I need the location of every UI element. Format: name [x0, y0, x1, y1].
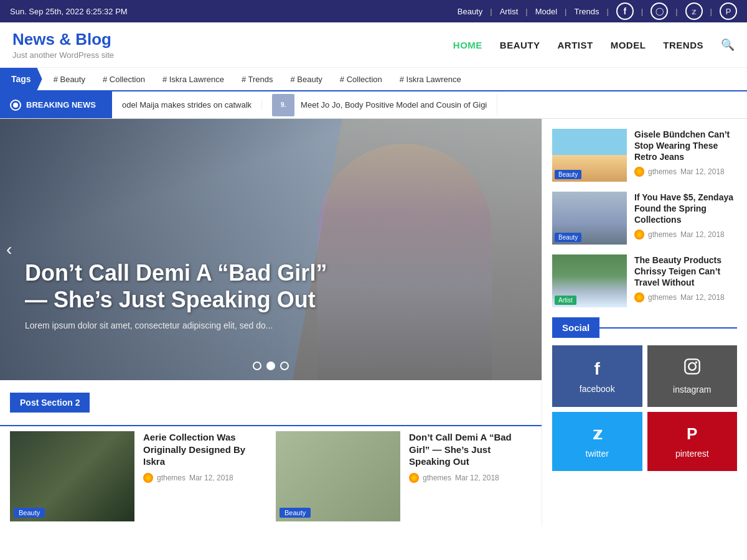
sidebar-article-3-thumb: Artist — [552, 254, 627, 307]
post-card-2-meta: gthemes Mar 12, 2018 — [409, 473, 532, 483]
social-instagram-button[interactable]: instagram — [647, 345, 738, 407]
social-header-label: Social — [552, 317, 599, 338]
post-card-1-meta: gthemes Mar 12, 2018 — [143, 473, 266, 483]
social-twitter-button[interactable]: 𝕫 twitter — [552, 412, 642, 471]
pinterest-label: pinterest — [675, 449, 709, 459]
top-bar-right: Beauty | Artist | Model | Trends | f | ◯… — [458, 2, 737, 20]
tag-iskra-2[interactable]: # Iskra Lawrence — [391, 68, 470, 90]
post-card-1-thumb: Beauty — [10, 431, 134, 521]
site-title[interactable]: News & Blog — [12, 30, 114, 49]
tags-bar: Tags # Beauty # Collection # Iskra Lawre… — [0, 68, 747, 91]
right-sidebar: Beauty Gisele Bündchen Can’t Stop Wearin… — [542, 119, 747, 526]
topbar-facebook-icon[interactable]: f — [616, 2, 634, 20]
sidebar-article-1-author-icon — [634, 167, 644, 177]
nav-beauty[interactable]: BEAUTY — [500, 40, 540, 50]
slider-prev-arrow[interactable]: ‹ — [6, 240, 12, 259]
breaking-item-1[interactable]: odel Maija makes strides on catwalk — [112, 100, 262, 110]
breaking-item-2[interactable]: 9. Meet Jo Jo, Body Positive Model and C… — [262, 94, 497, 116]
breaking-text-label: BREAKING NEWS — [26, 100, 96, 110]
sidebar-article-3-meta: gthemes Mar 12, 2018 — [634, 292, 737, 302]
top-bar: Sun. Sep 25th, 2022 6:25:32 PM Beauty | … — [0, 0, 747, 22]
social-section: Social f facebook instagram 𝕫 twitter — [552, 317, 737, 471]
topbar-instagram-icon[interactable]: ◯ — [651, 2, 668, 20]
hero-desc: Lorem ipsum dolor sit amet, consectetur … — [25, 320, 349, 330]
post-card-1-author-icon — [143, 473, 153, 483]
sidebar-article-2: Beauty If You Have $5, Zendaya Found the… — [552, 192, 737, 245]
sidebar-article-1-author: gthemes — [648, 167, 677, 176]
instagram-icon — [684, 358, 701, 380]
social-facebook-button[interactable]: f facebook — [552, 345, 642, 407]
tag-iskra-1[interactable]: # Iskra Lawrence — [154, 68, 233, 90]
topbar-twitter-icon[interactable]: 𝕫 — [685, 2, 703, 20]
sidebar-article-3-date: Mar 12, 2018 — [680, 293, 725, 302]
tags-label: Tags — [0, 68, 42, 90]
breaking-item-1-text: odel Maija makes strides on catwalk — [122, 100, 251, 110]
post-card-1-title: Aerie Collection Was Originally Designed… — [143, 431, 266, 468]
post-card-2-author: gthemes — [423, 474, 451, 482]
twitter-icon: 𝕫 — [593, 424, 602, 444]
facebook-icon: f — [594, 359, 600, 379]
topnav-model[interactable]: Model — [535, 7, 557, 16]
site-tagline: Just another WordPress site — [12, 50, 114, 60]
post-card-2-title: Don’t Call Demi A “Bad Girl” — She’s Jus… — [409, 431, 532, 468]
svg-point-1 — [688, 363, 696, 370]
tag-collection-1[interactable]: # Collection — [94, 68, 154, 90]
breaking-content: odel Maija makes strides on catwalk 9. M… — [112, 94, 747, 116]
sidebar-article-2-author: gthemes — [648, 230, 677, 239]
post-card-2-date: Mar 12, 2018 — [455, 474, 499, 482]
twitter-label: twitter — [586, 449, 609, 459]
svg-rect-0 — [685, 359, 699, 373]
hero-text: Don’t Call Demi A “Bad Girl” — She’s Jus… — [25, 259, 349, 330]
tag-beauty-2[interactable]: # Beauty — [282, 68, 331, 90]
slider-dot-2[interactable] — [266, 362, 275, 370]
sidebar-article-2-badge: Beauty — [555, 233, 581, 242]
tag-collection-2[interactable]: # Collection — [331, 68, 391, 90]
header: News & Blog Just another WordPress site … — [0, 22, 747, 68]
pinterest-icon: P — [687, 424, 697, 444]
sidebar-article-1: Beauty Gisele Bündchen Can’t Stop Wearin… — [552, 129, 737, 182]
search-icon[interactable]: 🔍 — [721, 38, 735, 52]
nav-model[interactable]: MODEL — [611, 40, 646, 50]
tag-beauty-1[interactable]: # Beauty — [45, 68, 94, 90]
breaking-item-2-text: Meet Jo Jo, Body Positive Model and Cous… — [301, 100, 487, 110]
sidebar-article-3-author: gthemes — [648, 293, 677, 302]
topnav-artist[interactable]: Artist — [500, 7, 519, 16]
nav-home[interactable]: HOME — [453, 40, 482, 50]
post-card-1-author: gthemes — [157, 474, 186, 482]
social-header-line — [599, 327, 737, 329]
sidebar-article-1-date: Mar 12, 2018 — [680, 167, 725, 176]
post-card-1: Beauty Aerie Collection Was Originally D… — [10, 431, 266, 521]
topbar-pinterest-icon[interactable]: P — [720, 2, 737, 20]
sidebar-article-3-body: The Beauty Products Chrissy Teigen Can’t… — [634, 254, 737, 302]
sidebar-article-2-thumb: Beauty — [552, 192, 627, 245]
tag-trends[interactable]: # Trends — [233, 68, 282, 90]
hero-slider[interactable]: Don’t Call Demi A “Bad Girl” — She’s Jus… — [0, 119, 542, 380]
post-card-1-badge: Beauty — [14, 508, 45, 518]
sidebar-article-3-author-icon — [634, 292, 644, 302]
main-content: Don’t Call Demi A “Bad Girl” — She’s Jus… — [0, 119, 747, 526]
social-grid: f facebook instagram 𝕫 twitter P pintere… — [552, 345, 737, 471]
slider-dot-1[interactable] — [253, 362, 261, 370]
hero-background — [0, 119, 542, 380]
slider-dot-3[interactable] — [280, 362, 289, 370]
instagram-label: instagram — [673, 385, 711, 394]
sidebar-article-1-body: Gisele Bündchen Can’t Stop Wearing These… — [634, 129, 737, 177]
post-card-2: Beauty Don’t Call Demi A “Bad Girl” — Sh… — [276, 431, 532, 521]
post-cards: Beauty Aerie Collection Was Originally D… — [0, 426, 542, 526]
topnav-beauty[interactable]: Beauty — [458, 7, 482, 16]
post-card-1-date: Mar 12, 2018 — [189, 474, 233, 482]
sidebar-article-1-badge: Beauty — [555, 170, 581, 179]
sidebar-article-2-date: Mar 12, 2018 — [680, 230, 725, 239]
datetime: Sun. Sep 25th, 2022 6:25:32 PM — [10, 7, 128, 16]
nav-trends[interactable]: TRENDS — [663, 40, 703, 50]
site-branding: News & Blog Just another WordPress site — [12, 30, 114, 60]
post-card-2-author-icon — [409, 473, 419, 483]
topnav-trends[interactable]: Trends — [574, 7, 599, 16]
slider-dots — [253, 362, 289, 370]
main-nav: HOME BEAUTY ARTIST MODEL TRENDS 🔍 — [453, 38, 735, 52]
social-pinterest-button[interactable]: P pinterest — [647, 412, 738, 471]
sidebar-article-2-meta: gthemes Mar 12, 2018 — [634, 230, 737, 240]
post-section-wrapper: Post Section 2 — [0, 380, 542, 426]
nav-artist[interactable]: ARTIST — [557, 40, 593, 50]
svg-point-2 — [695, 362, 697, 364]
